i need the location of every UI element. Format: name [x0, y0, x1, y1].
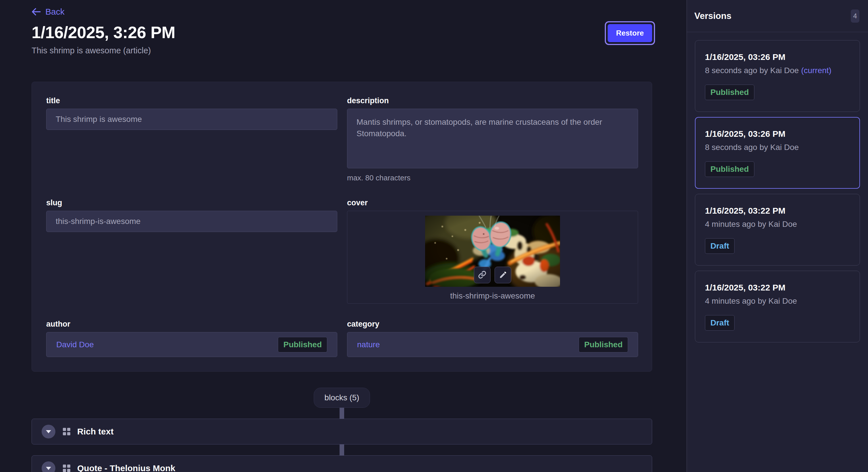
author-label: author: [46, 320, 337, 329]
edit-media-button[interactable]: [495, 267, 511, 283]
cover-actions: [474, 267, 511, 283]
chevron-down-icon: [46, 467, 51, 470]
version-fields-card: title description max. 80 characters slu…: [32, 82, 652, 372]
block-item-quote[interactable]: Quote - Thelonius Monk: [32, 456, 652, 472]
restore-button-focus-ring: Restore: [605, 21, 655, 45]
version-status-badge: Published: [705, 162, 754, 177]
restore-button[interactable]: Restore: [608, 24, 652, 42]
slug-label: slug: [46, 198, 337, 207]
field-slug: slug: [46, 198, 337, 304]
chevron-down-icon: [46, 430, 51, 433]
block-item-label: Quote - Thelonius Monk: [77, 463, 175, 472]
version-card[interactable]: 1/16/2025, 03:22 PM 4 minutes ago by Kai…: [695, 194, 860, 266]
main-content: Back 1/16/2025, 3:26 PM This shrimp is a…: [0, 0, 687, 472]
field-title: title: [46, 96, 337, 182]
slug-input[interactable]: [46, 211, 337, 232]
field-author: author David Doe Published: [46, 320, 337, 357]
field-cover: cover: [347, 198, 638, 304]
version-list: 1/16/2025, 03:26 PM 8 seconds ago by Kai…: [687, 32, 868, 350]
cover-caption: this-shrimp-is-awesome: [347, 291, 638, 301]
description-hint: max. 80 characters: [347, 173, 638, 182]
blocks-zone: blocks (5) Rich text Quote - Thelonius M…: [32, 372, 652, 472]
drag-handle-icon[interactable]: [63, 428, 70, 435]
author-relation-box: David Doe Published: [46, 332, 337, 357]
cover-label: cover: [347, 198, 638, 207]
author-relation-link[interactable]: David Doe: [56, 340, 94, 349]
versions-title: Versions: [694, 11, 732, 21]
version-card[interactable]: 1/16/2025, 03:22 PM 4 minutes ago by Kai…: [695, 271, 860, 342]
versions-header: Versions 4: [687, 0, 868, 32]
version-status-badge: Draft: [705, 315, 735, 331]
version-meta: 8 seconds ago by Kai Doe(current): [705, 66, 850, 75]
version-date: 1/16/2025, 03:22 PM: [705, 206, 850, 216]
back-link[interactable]: Back: [32, 7, 65, 16]
block-item-label: Rich text: [77, 427, 114, 436]
version-meta: 8 seconds ago by Kai Doe: [705, 142, 850, 152]
author-status-badge: Published: [278, 337, 327, 352]
link-icon: [478, 270, 487, 280]
expand-toggle-button[interactable]: [42, 425, 55, 438]
connector-line: [340, 444, 344, 456]
expand-toggle-button[interactable]: [42, 461, 55, 472]
versions-count-badge: 4: [851, 9, 859, 23]
version-meta: 4 minutes ago by Kai Doe: [705, 220, 850, 229]
versions-sidebar: Versions 4 1/16/2025, 03:26 PM 8 seconds…: [687, 0, 868, 472]
version-date: 1/16/2025, 03:22 PM: [705, 282, 850, 293]
field-description: description max. 80 characters: [347, 96, 638, 182]
block-item-rich-text[interactable]: Rich text: [32, 419, 652, 444]
page-title: 1/16/2025, 3:26 PM: [32, 24, 652, 41]
title-input[interactable]: [46, 109, 337, 130]
back-label: Back: [45, 7, 65, 16]
category-status-badge: Published: [579, 337, 628, 352]
title-label: title: [46, 96, 337, 105]
field-category: category nature Published: [347, 320, 638, 357]
blocks-zone-pill: blocks (5): [314, 388, 370, 408]
app-root: Back 1/16/2025, 3:26 PM This shrimp is a…: [0, 0, 868, 472]
arrow-left-icon: [32, 8, 41, 15]
pencil-icon: [499, 270, 507, 280]
copy-link-button[interactable]: [474, 267, 491, 283]
category-relation-box: nature Published: [347, 332, 638, 357]
description-label: description: [347, 96, 638, 105]
version-card[interactable]: 1/16/2025, 03:26 PM 8 seconds ago by Kai…: [695, 40, 860, 112]
current-tag: (current): [801, 66, 832, 75]
version-card[interactable]: 1/16/2025, 03:26 PM 8 seconds ago by Kai…: [695, 117, 860, 189]
version-date: 1/16/2025, 03:26 PM: [705, 52, 850, 62]
cover-media-box: this-shrimp-is-awesome: [347, 211, 638, 304]
version-date: 1/16/2025, 03:26 PM: [705, 129, 850, 139]
category-relation-link[interactable]: nature: [357, 340, 380, 349]
cover-figure: [425, 216, 560, 287]
drag-handle-icon[interactable]: [63, 465, 70, 472]
category-label: category: [347, 320, 638, 329]
version-status-badge: Draft: [705, 238, 735, 254]
description-textarea[interactable]: [347, 109, 638, 168]
version-status-badge: Published: [705, 85, 754, 100]
page-subtitle: This shrimp is awesome (article): [32, 45, 652, 56]
version-meta: 4 minutes ago by Kai Doe: [705, 296, 850, 306]
connector-line: [340, 408, 344, 419]
